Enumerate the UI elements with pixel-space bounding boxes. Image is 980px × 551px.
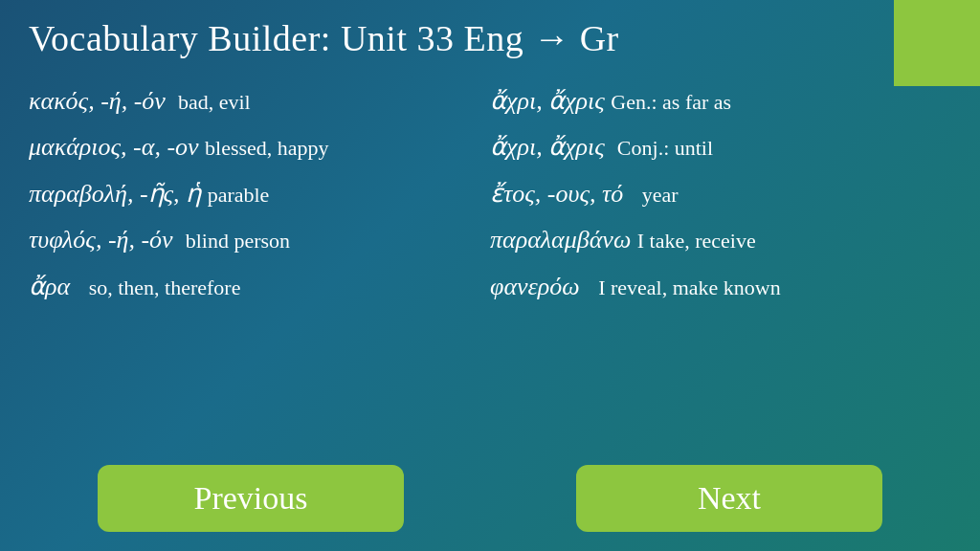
list-item: κακός, -ή, -όν bad, evil <box>29 78 490 124</box>
greek-term: παραλαμβάνω <box>490 226 631 253</box>
definition-text: blessed, happy <box>205 136 329 160</box>
definition-text: I take, receive <box>637 229 756 253</box>
definition-text: parable <box>208 183 270 207</box>
page-title: Vocabulary Builder: Unit 33 Eng → Gr <box>0 0 980 69</box>
previous-button[interactable]: Previous <box>98 465 404 532</box>
vocabulary-grid: κακός, -ή, -όν bad, evil μακάριος, -α, -… <box>0 69 980 310</box>
greek-term: ἔτος, -ους, τό <box>490 180 623 208</box>
list-item: παραβολή, -ῆς, ἡ parable <box>29 171 490 217</box>
greek-term: φανερόω <box>490 273 580 300</box>
greek-term: ἄρα <box>29 273 70 300</box>
greek-term: ἄχρι, ἄχρις <box>490 133 605 161</box>
list-item: παραλαμβάνω I take, receive <box>490 217 951 263</box>
greek-term: παραβολή, -ῆς, ἡ <box>29 180 201 208</box>
greek-term: μακάριος, -α, -ον <box>29 133 199 161</box>
definition-text: year <box>642 183 679 207</box>
list-item: φανερόω I reveal, make known <box>490 264 951 310</box>
arrow-icon: → <box>533 18 570 58</box>
navigation-buttons: Previous Next <box>0 465 980 532</box>
list-item: μακάριος, -α, -ον blessed, happy <box>29 124 490 170</box>
green-corner-decoration <box>894 0 980 86</box>
list-item: ἄχρι, ἄχρις Gen.: as far as <box>490 78 951 124</box>
title-text: Vocabulary Builder: Unit 33 Eng <box>29 18 533 58</box>
definition-text: Gen.: as far as <box>611 90 731 114</box>
definition-text: so, then, therefore <box>89 276 241 299</box>
greek-term: ἄχρι, ἄχρις <box>490 87 605 115</box>
vocab-right-column: ἄχρι, ἄχρις Gen.: as far as ἄχρι, ἄχρις … <box>490 78 951 310</box>
next-button[interactable]: Next <box>576 465 882 532</box>
title-lang: Gr <box>570 18 619 58</box>
greek-term: κακός, -ή, -όν <box>29 87 166 115</box>
vocab-left-column: κακός, -ή, -όν bad, evil μακάριος, -α, -… <box>29 78 490 310</box>
list-item: ἔτος, -ους, τό year <box>490 171 951 217</box>
list-item: ἄρα so, then, therefore <box>29 264 490 310</box>
definition-text: Conj.: until <box>617 136 713 160</box>
definition-text: I reveal, make known <box>598 276 781 299</box>
greek-term: τυφλός, -ή, -όν <box>29 226 173 253</box>
list-item: τυφλός, -ή, -όν blind person <box>29 217 490 263</box>
list-item: ἄχρι, ἄχρις Conj.: until <box>490 124 951 170</box>
definition-text: blind person <box>186 229 290 253</box>
definition-text: bad, evil <box>178 90 251 114</box>
